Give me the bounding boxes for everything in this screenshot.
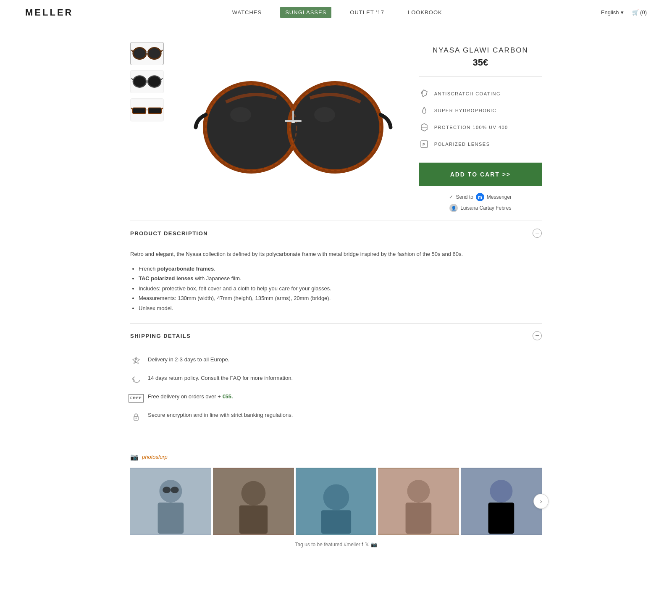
feature-uv400: PROTECTION 100% UV 400 bbox=[419, 119, 542, 136]
product-description-section: PRODUCT DESCRIPTION − Retro and elegant,… bbox=[130, 221, 542, 323]
add-to-cart-button[interactable]: ADD TO CART >> bbox=[419, 163, 542, 186]
return-icon bbox=[130, 374, 142, 386]
features-list: ANTISCRATCH COATING SUPER HYDROPHOBIC bbox=[419, 85, 542, 153]
thumbnail-2[interactable] bbox=[130, 70, 164, 93]
twitter-icon: 𝕏 bbox=[365, 542, 369, 548]
svg-line-4 bbox=[161, 50, 163, 52]
photo-item-4[interactable] bbox=[378, 468, 459, 535]
photoslurp-header: 📷 photoslurp bbox=[130, 453, 542, 461]
user-row: 👤 Luisana Cartay Febres bbox=[449, 204, 511, 212]
description-bullets: French polycarbonate frames. TAC polariz… bbox=[130, 264, 542, 313]
svg-point-43 bbox=[407, 480, 430, 503]
shipping-header[interactable]: SHIPPING DETAILS − bbox=[130, 324, 542, 348]
svg-point-6 bbox=[148, 76, 161, 87]
collapse-icon: − bbox=[533, 229, 542, 238]
shipping-delivery: Delivery in 2-3 days to all Europe. bbox=[130, 352, 542, 371]
messenger-name[interactable]: Messenger bbox=[487, 194, 512, 200]
svg-point-0 bbox=[133, 47, 146, 59]
bold-tac: TAC polarized lenses bbox=[139, 275, 194, 282]
svg-rect-11 bbox=[148, 108, 161, 114]
user-avatar: 👤 bbox=[449, 204, 458, 212]
uv400-icon bbox=[419, 122, 429, 132]
svg-point-22 bbox=[314, 107, 335, 122]
nav-outlet[interactable]: OUTLET '17 bbox=[345, 7, 389, 18]
description-intro: Retro and elegant, the Nyasa collection … bbox=[130, 250, 542, 259]
svg-point-1 bbox=[148, 47, 161, 59]
bold-polycarbonate: polycarbonate frames bbox=[157, 266, 214, 272]
language-selector[interactable]: English ▾ bbox=[601, 9, 624, 16]
camera-icon: 📷 bbox=[130, 453, 139, 461]
nav-sunglasses[interactable]: SUNGLASSES bbox=[280, 7, 331, 18]
svg-line-9 bbox=[161, 78, 163, 80]
product-title: NYASA GLAWI CARBON bbox=[419, 46, 542, 55]
photoslurp-section: 📷 photoslurp bbox=[105, 453, 567, 564]
chevron-down-icon: ▾ bbox=[621, 9, 624, 16]
thumbnail-3[interactable] bbox=[130, 98, 164, 121]
photoslurp-label: photoslurp bbox=[142, 454, 168, 460]
instagram-icon: 📷 bbox=[371, 542, 377, 548]
svg-point-32 bbox=[159, 480, 182, 503]
thumbnail-1[interactable] bbox=[130, 42, 164, 65]
shipping-section: SHIPPING DETAILS − Delivery in 2-3 days … bbox=[130, 323, 542, 436]
feature-hydrophobic: SUPER HYDROPHOBIC bbox=[419, 102, 542, 119]
svg-rect-10 bbox=[133, 108, 146, 114]
svg-rect-44 bbox=[406, 503, 432, 534]
thumbnail-list bbox=[130, 42, 167, 212]
photo-item-3[interactable] bbox=[296, 468, 377, 535]
photo-item-5[interactable] bbox=[461, 468, 542, 535]
svg-line-8 bbox=[131, 78, 133, 80]
language-label: English bbox=[601, 9, 619, 16]
photo-grid bbox=[130, 468, 542, 535]
checkmark-icon: ✓ bbox=[449, 194, 453, 200]
tag-line: Tag us to be featured #meller f 𝕏 📷 bbox=[130, 542, 542, 548]
svg-point-35 bbox=[171, 487, 178, 493]
product-info: NYASA GLAWI CARBON 35€ ANTISCRATCH COATI… bbox=[419, 42, 542, 212]
free-text: Free delivery on orders over + €55. bbox=[148, 392, 233, 401]
messenger-icon[interactable]: m bbox=[476, 193, 484, 201]
hydrophobic-label: SUPER HYDROPHOBIC bbox=[434, 108, 496, 113]
header-right: English ▾ 🛒 (0) bbox=[601, 9, 647, 16]
photo-item-1[interactable] bbox=[130, 468, 211, 535]
free-badge: FREE bbox=[129, 394, 144, 403]
main-nav: WATCHES SUNGLASSES OUTLET '17 LOOKBOOK bbox=[227, 7, 447, 18]
shipping-collapse-icon: − bbox=[533, 331, 542, 340]
antiscratch-icon bbox=[419, 89, 429, 99]
nav-watches[interactable]: WATCHES bbox=[227, 7, 267, 18]
feature-antiscratch: ANTISCRATCH COATING bbox=[419, 85, 542, 102]
product-section: NYASA GLAWI CARBON 35€ ANTISCRATCH COATI… bbox=[105, 25, 567, 221]
shipping-free: FREE Free delivery on orders over + €55. bbox=[130, 389, 542, 408]
svg-rect-41 bbox=[321, 510, 351, 534]
antiscratch-label: ANTISCRATCH COATING bbox=[434, 91, 501, 96]
tag-line-text: Tag us to be featured #meller bbox=[295, 542, 360, 548]
bullet-4: Measurements: 130mm (width), 47mm (heigh… bbox=[139, 293, 542, 303]
svg-point-21 bbox=[230, 107, 251, 122]
site-logo: MELLER bbox=[25, 7, 73, 18]
photo-grid-wrapper: › bbox=[130, 468, 542, 535]
feature-polarized: P POLARIZED LENSES bbox=[419, 136, 542, 153]
product-description-content: Retro and elegant, the Nyasa collection … bbox=[130, 245, 542, 323]
user-name: Luisana Cartay Febres bbox=[460, 205, 511, 211]
svg-rect-38 bbox=[239, 505, 267, 534]
shipping-title: SHIPPING DETAILS bbox=[130, 333, 191, 339]
secure-icon bbox=[130, 411, 142, 423]
bullet-2: TAC polarized lenses with Japanese film. bbox=[139, 274, 542, 283]
cart-button[interactable]: 🛒 (0) bbox=[632, 9, 647, 16]
photo-item-2[interactable] bbox=[213, 468, 294, 535]
shipping-content: Delivery in 2-3 days to all Europe. 14 d… bbox=[130, 348, 542, 436]
messenger-area: ✓ Send to m Messenger 👤 Luisana Cartay F… bbox=[419, 193, 542, 212]
bullet-1: French polycarbonate frames. bbox=[139, 264, 542, 274]
svg-point-40 bbox=[323, 484, 349, 511]
messenger-row: ✓ Send to m Messenger bbox=[449, 193, 512, 201]
nav-lookbook[interactable]: LOOKBOOK bbox=[403, 7, 447, 18]
bullet-3: Includes: protective box, felt cover and… bbox=[139, 284, 542, 293]
photo-next-button[interactable]: › bbox=[533, 494, 549, 509]
uv400-label: PROTECTION 100% UV 400 bbox=[434, 125, 508, 130]
polarized-icon: P bbox=[419, 139, 429, 149]
product-description-header[interactable]: PRODUCT DESCRIPTION − bbox=[130, 221, 542, 245]
site-header: MELLER WATCHES SUNGLASSES OUTLET '17 LOO… bbox=[0, 0, 672, 25]
svg-rect-47 bbox=[488, 503, 514, 534]
send-to-label: Send to bbox=[456, 194, 473, 200]
svg-point-46 bbox=[490, 480, 513, 503]
product-main-image bbox=[184, 42, 402, 212]
svg-point-30 bbox=[136, 418, 137, 419]
